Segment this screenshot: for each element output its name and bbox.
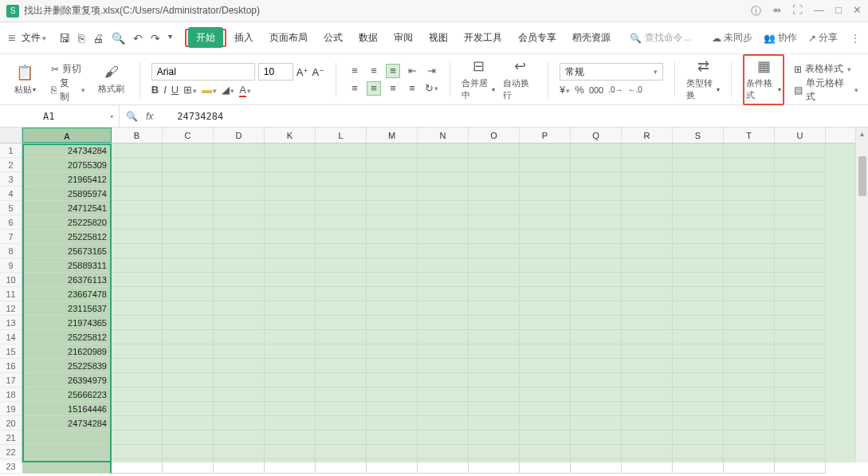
cell[interactable] xyxy=(367,172,418,187)
cell[interactable] xyxy=(775,459,826,474)
cell[interactable] xyxy=(214,330,265,344)
merge-button[interactable]: ⊟ 合并居中▾ xyxy=(461,57,495,102)
cell[interactable] xyxy=(469,459,520,474)
cell[interactable] xyxy=(163,459,214,474)
spreadsheet-grid[interactable]: ABCDKLMNOPQRSTU 123456789101112131415161… xyxy=(0,128,868,462)
cell[interactable] xyxy=(673,172,724,187)
preview-icon[interactable]: 🔍 xyxy=(112,32,125,45)
cell[interactable] xyxy=(265,316,316,330)
row-header-6[interactable]: 6 xyxy=(0,215,22,230)
cell[interactable] xyxy=(469,301,520,316)
cell[interactable] xyxy=(571,201,622,215)
cell[interactable] xyxy=(571,172,622,187)
cell[interactable] xyxy=(520,373,571,387)
cell[interactable] xyxy=(265,244,316,258)
cell[interactable]: 21974365 xyxy=(22,316,112,330)
cell[interactable]: 25895974 xyxy=(22,187,112,201)
cell[interactable] xyxy=(367,316,418,330)
cell[interactable] xyxy=(571,416,622,431)
cell[interactable] xyxy=(520,344,571,359)
cell[interactable] xyxy=(265,215,316,230)
cell[interactable] xyxy=(520,287,571,301)
cell[interactable] xyxy=(673,316,724,330)
cell[interactable] xyxy=(367,344,418,359)
cell[interactable] xyxy=(469,230,520,244)
cell[interactable] xyxy=(214,344,265,359)
cell[interactable] xyxy=(163,301,214,316)
cell[interactable] xyxy=(469,244,520,258)
col-header-P[interactable]: P xyxy=(520,128,571,143)
cell[interactable] xyxy=(265,373,316,387)
cell[interactable] xyxy=(214,416,265,431)
cell[interactable] xyxy=(22,459,112,474)
cell[interactable] xyxy=(214,359,265,373)
cell[interactable] xyxy=(367,158,418,172)
cell[interactable] xyxy=(316,359,367,373)
cell[interactable] xyxy=(775,445,826,459)
italic-button[interactable]: I xyxy=(163,84,167,96)
cell[interactable] xyxy=(418,273,469,287)
cell[interactable] xyxy=(316,144,367,158)
cell[interactable] xyxy=(112,144,163,158)
copy-button[interactable]: ⎘复制 xyxy=(49,81,87,99)
cell[interactable] xyxy=(163,416,214,431)
cell[interactable] xyxy=(775,316,826,330)
row-header-16[interactable]: 16 xyxy=(0,359,22,373)
cell[interactable] xyxy=(571,387,622,402)
cell[interactable]: 23667478 xyxy=(22,287,112,301)
tab-insert[interactable]: 插入 xyxy=(226,26,261,49)
more-icon[interactable]: ⋮ xyxy=(850,33,860,44)
cell[interactable] xyxy=(112,316,163,330)
bold-button[interactable]: B xyxy=(151,84,159,96)
underline-button[interactable]: U xyxy=(171,84,179,96)
cell[interactable] xyxy=(265,158,316,172)
cell[interactable] xyxy=(673,373,724,387)
currency-button[interactable]: ¥ xyxy=(560,84,570,96)
cell[interactable] xyxy=(316,301,367,316)
font-color-button[interactable]: A xyxy=(239,84,251,96)
cell[interactable] xyxy=(418,230,469,244)
cell[interactable] xyxy=(418,258,469,273)
cell[interactable] xyxy=(673,431,724,445)
cell[interactable] xyxy=(214,287,265,301)
cell[interactable] xyxy=(469,402,520,416)
row-header-5[interactable]: 5 xyxy=(0,201,22,215)
cell[interactable]: 25889311 xyxy=(22,258,112,273)
cell[interactable] xyxy=(418,287,469,301)
cell[interactable] xyxy=(622,230,673,244)
cell[interactable] xyxy=(214,402,265,416)
cell[interactable] xyxy=(724,273,775,287)
cell[interactable] xyxy=(367,431,418,445)
row-header-1[interactable]: 1 xyxy=(0,144,22,158)
cell[interactable] xyxy=(724,287,775,301)
cell[interactable] xyxy=(571,459,622,474)
cell[interactable] xyxy=(112,373,163,387)
cell[interactable] xyxy=(571,301,622,316)
cell[interactable] xyxy=(775,330,826,344)
cell[interactable] xyxy=(316,215,367,230)
align-top-button[interactable]: ≡ xyxy=(348,64,362,78)
cell[interactable] xyxy=(163,359,214,373)
cell[interactable] xyxy=(520,387,571,402)
cell[interactable]: 24734284 xyxy=(22,416,112,431)
cell[interactable] xyxy=(418,387,469,402)
cell[interactable] xyxy=(571,316,622,330)
cell[interactable] xyxy=(724,172,775,187)
cell[interactable] xyxy=(775,144,826,158)
cell[interactable] xyxy=(367,301,418,316)
cell[interactable] xyxy=(265,459,316,474)
cell[interactable] xyxy=(316,459,367,474)
cell[interactable] xyxy=(418,301,469,316)
cell[interactable] xyxy=(775,172,826,187)
cell[interactable] xyxy=(469,387,520,402)
cell[interactable] xyxy=(316,416,367,431)
tab-pagelayout[interactable]: 页面布局 xyxy=(261,26,316,49)
cell[interactable] xyxy=(367,187,418,201)
col-header-B[interactable]: B xyxy=(112,128,163,143)
cell[interactable] xyxy=(520,416,571,431)
number-format-select[interactable]: 常规▾ xyxy=(560,63,663,81)
cell[interactable] xyxy=(316,230,367,244)
cell[interactable]: 26376113 xyxy=(22,273,112,287)
cell[interactable] xyxy=(265,287,316,301)
tab-start[interactable]: 开始 xyxy=(188,27,223,48)
